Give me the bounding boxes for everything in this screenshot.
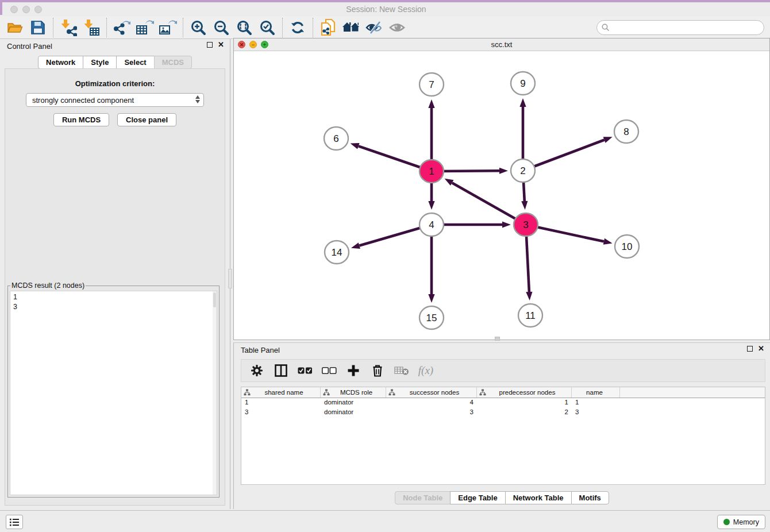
edge-3-1[interactable] xyxy=(452,183,526,225)
column-type-icon xyxy=(479,389,486,396)
tab-select[interactable]: Select xyxy=(116,56,154,69)
export-image-button[interactable] xyxy=(156,17,179,38)
houses-icon xyxy=(342,20,360,35)
tab-edge-table[interactable]: Edge Table xyxy=(450,491,505,504)
tab-network-table[interactable]: Network Table xyxy=(505,491,572,504)
apply-layout-button[interactable] xyxy=(286,17,309,38)
column-header-shared-name[interactable]: shared name xyxy=(241,387,321,398)
column-header-MCDS-role[interactable]: MCDS role xyxy=(321,387,386,398)
tab-style[interactable]: Style xyxy=(83,56,117,69)
table-cell[interactable]: 2 xyxy=(477,408,572,418)
vertical-splitter-grip[interactable] xyxy=(228,269,232,288)
graph-node-6[interactable]: 6 xyxy=(324,127,348,150)
graph-node-8[interactable]: 8 xyxy=(614,120,638,143)
tab-node-table[interactable]: Node Table xyxy=(395,491,451,504)
close-table-panel-icon[interactable]: ✕ xyxy=(758,346,764,352)
clone-network-icon xyxy=(320,18,336,37)
deselect-all-button[interactable] xyxy=(318,361,340,380)
tab-motifs[interactable]: Motifs xyxy=(571,491,609,504)
mcds-result-scrollbar[interactable] xyxy=(213,291,217,495)
table-cell[interactable]: 1 xyxy=(241,398,321,408)
graph-node-9[interactable]: 9 xyxy=(511,72,535,95)
svg-text:4: 4 xyxy=(429,219,434,230)
table-cell[interactable]: 3 xyxy=(241,408,321,418)
table-row[interactable]: 1dominator411 xyxy=(241,398,765,408)
edge-2-8[interactable] xyxy=(523,140,605,171)
table-cell[interactable]: 3 xyxy=(572,408,620,418)
graph-node-7[interactable]: 7 xyxy=(419,73,444,96)
table-cell[interactable]: 1 xyxy=(572,398,620,408)
memory-status-icon xyxy=(723,519,730,525)
memory-button[interactable]: Memory xyxy=(717,515,765,529)
delete-table-button[interactable] xyxy=(391,361,413,380)
show-panels-button[interactable] xyxy=(6,515,23,529)
svg-text:7: 7 xyxy=(429,79,434,90)
export-table-button[interactable] xyxy=(133,17,156,38)
edge-arrowhead xyxy=(499,168,508,174)
toolbar-separator xyxy=(106,18,107,37)
mcds-result-box[interactable]: 1 3 xyxy=(10,291,217,495)
table-cell[interactable]: dominator xyxy=(321,398,386,408)
search-icon xyxy=(602,24,610,32)
tab-network[interactable]: Network xyxy=(38,56,83,69)
edge-arrowhead xyxy=(428,201,434,210)
float-panel-icon[interactable] xyxy=(207,42,213,48)
svg-text:11: 11 xyxy=(525,310,536,321)
table-row[interactable]: 3dominator323 xyxy=(241,408,765,418)
save-session-button[interactable] xyxy=(26,17,49,38)
close-panel-button[interactable]: Close panel xyxy=(117,113,176,126)
svg-text:14: 14 xyxy=(332,247,342,258)
optimization-criterion-select[interactable]: strongly connected component xyxy=(26,93,204,107)
mcds-result-fieldset: MCDS result (2 nodes) 1 3 xyxy=(7,282,220,498)
import-table-button[interactable] xyxy=(80,17,103,38)
table-toolbar: f(x) xyxy=(241,359,765,382)
select-all-button[interactable] xyxy=(294,361,316,380)
graph-node-2[interactable]: 2 xyxy=(511,159,535,182)
graph-node-4[interactable]: 4 xyxy=(419,213,444,236)
graph-node-14[interactable]: 14 xyxy=(325,241,349,264)
tab-mcds[interactable]: MCDS xyxy=(154,56,192,69)
open-folder-icon xyxy=(7,20,23,35)
network-canvas[interactable]: 7968124314101511 xyxy=(234,51,769,340)
graph-node-10[interactable]: 10 xyxy=(615,235,639,258)
control-panel: Control Panel ✕ NetworkStyleSelectMCDS O… xyxy=(0,39,230,509)
svg-text:3: 3 xyxy=(523,219,528,230)
run-mcds-button[interactable]: Run MCDS xyxy=(53,113,109,126)
zoom-fit-button[interactable] xyxy=(233,17,256,38)
function-builder-button[interactable]: f(x) xyxy=(415,361,437,380)
table-cell[interactable]: 4 xyxy=(386,398,477,408)
split-view-button[interactable] xyxy=(270,361,292,380)
table-cell[interactable]: 1 xyxy=(477,398,572,408)
show-details-button[interactable] xyxy=(386,17,409,38)
zoom-selected-button[interactable] xyxy=(256,17,279,38)
export-network-button[interactable] xyxy=(110,17,133,38)
column-header-successor-nodes[interactable]: successor nodes xyxy=(386,387,477,398)
graph-node-15[interactable]: 15 xyxy=(419,306,444,329)
add-column-button[interactable] xyxy=(342,361,364,380)
graph-node-11[interactable]: 11 xyxy=(518,304,542,327)
column-header-predecessor-nodes[interactable]: predecessor nodes xyxy=(477,387,572,398)
network-view-window: ✕ − + scc.txt 7968124314101511 xyxy=(233,38,770,340)
close-panel-icon[interactable]: ✕ xyxy=(218,42,224,48)
zoom-in-button[interactable] xyxy=(187,17,210,38)
column-header-name[interactable]: name xyxy=(572,387,620,398)
graph-node-3[interactable]: 3 xyxy=(514,213,538,236)
delete-column-button[interactable] xyxy=(367,361,388,380)
open-file-button[interactable] xyxy=(3,17,26,38)
column-settings-button[interactable] xyxy=(246,361,268,380)
first-neighbors-button[interactable] xyxy=(340,17,363,38)
delete-table-icon xyxy=(394,365,409,376)
hide-details-button[interactable] xyxy=(363,17,386,38)
search-input[interactable] xyxy=(612,24,764,32)
table-cell[interactable]: dominator xyxy=(321,408,386,418)
clone-network-button[interactable] xyxy=(317,17,340,38)
edge-arrowhead xyxy=(351,242,360,249)
zoom-out-button[interactable] xyxy=(210,17,233,38)
float-table-panel-icon[interactable] xyxy=(747,346,753,352)
fx-icon: f(x) xyxy=(418,364,433,377)
status-bar: Memory xyxy=(0,510,770,532)
graph-node-1[interactable]: 1 xyxy=(419,160,444,183)
horizontal-splitter-grip[interactable] xyxy=(495,337,500,341)
import-network-button[interactable] xyxy=(57,17,80,38)
table-cell[interactable]: 3 xyxy=(386,408,477,418)
